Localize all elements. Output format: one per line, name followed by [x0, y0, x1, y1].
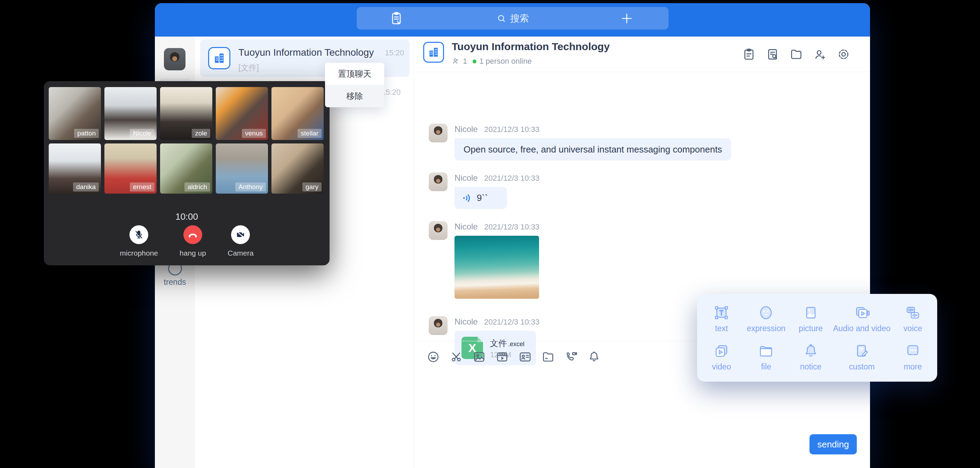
- notice-icon: [802, 343, 819, 359]
- audio-video-call-icon[interactable]: [564, 350, 578, 364]
- participant-name-label: danika: [73, 182, 99, 192]
- panel-item-file[interactable]: file: [744, 338, 788, 376]
- participant-name-label: venus: [242, 129, 266, 138]
- participant-name-label: aldrich: [185, 182, 210, 192]
- input-toolbar: [426, 350, 601, 364]
- group-files-icon[interactable]: [789, 47, 803, 61]
- chat-main: Tuoyun Information Technology 1 1 person…: [414, 37, 870, 468]
- avatar[interactable]: [429, 124, 447, 142]
- panel-item-more[interactable]: more: [891, 338, 935, 376]
- panel-item-label: expression: [747, 324, 786, 333]
- panel-item-text[interactable]: text: [699, 299, 744, 338]
- sender-name: Nicole: [455, 124, 478, 134]
- text-bubble[interactable]: Open source, free, and universal instant…: [455, 138, 731, 161]
- participant-name-label: gary: [302, 182, 321, 192]
- panel-item-picture[interactable]: picture: [789, 299, 833, 338]
- voice-icon: [904, 304, 921, 321]
- participant-name-label: zole: [192, 129, 210, 138]
- call-participant-tile: zole: [160, 87, 212, 140]
- panel-item-notice[interactable]: notice: [789, 338, 833, 376]
- custom-icon: [853, 343, 870, 359]
- file-icon: [757, 343, 774, 359]
- chat-title: Tuoyun Information Technology: [452, 41, 610, 53]
- panel-item-expression[interactable]: expression: [744, 299, 788, 338]
- participant-name-label: stellar: [298, 129, 321, 138]
- send-button[interactable]: sending: [810, 434, 857, 454]
- expression-icon: [757, 304, 774, 321]
- panel-item-label: video: [712, 362, 731, 372]
- call-controls: microphonehang upCamera: [44, 225, 329, 257]
- notice-icon[interactable]: [587, 350, 601, 364]
- avatar[interactable]: [429, 173, 447, 191]
- message-time: 2021/12/3 10:33: [484, 174, 539, 182]
- panel-item-label: Audio and video: [833, 324, 891, 333]
- conversation-time: 15:20: [382, 88, 401, 97]
- voice-duration: 9``: [477, 193, 488, 203]
- message-time: 2021/12/3 10:33: [484, 125, 539, 134]
- call-control-label: microphone: [120, 249, 158, 257]
- group-notice-icon[interactable]: [742, 47, 756, 61]
- text-icon: [713, 304, 730, 321]
- message-time: 2021/12/3 10:33: [484, 318, 539, 326]
- settings-gear-icon[interactable]: [837, 47, 851, 61]
- search-bar[interactable]: 搜索: [357, 7, 668, 30]
- chat-record-search-icon[interactable]: [765, 47, 780, 61]
- participant-name-label: patton: [74, 129, 99, 138]
- panel-item-label: text: [715, 324, 728, 333]
- panel-item-label: picture: [799, 324, 823, 333]
- panel-item-label: notice: [800, 362, 821, 372]
- add-plus-icon[interactable]: [620, 12, 633, 25]
- call-control-hang-up: hang up: [180, 225, 206, 257]
- participant-name-label: Anthony: [235, 182, 266, 192]
- camera-off-button[interactable]: [231, 225, 250, 244]
- emoji-icon[interactable]: [426, 350, 440, 364]
- panel-item-voice[interactable]: voice: [891, 299, 935, 338]
- picture-icon: [802, 304, 819, 321]
- picture-icon[interactable]: [472, 350, 486, 364]
- screenshot-icon[interactable]: [449, 350, 463, 364]
- sender-name: Nicole: [455, 173, 478, 182]
- group-building-icon: [423, 42, 444, 63]
- panel-item-audio-video[interactable]: Audio and video: [833, 299, 891, 338]
- call-control-label: hang up: [180, 249, 206, 257]
- sender-name: Nicole: [455, 317, 478, 326]
- call-participant-tile: patton: [49, 87, 101, 140]
- participant-name-label: Nicole: [130, 129, 154, 138]
- mic-off-button[interactable]: [129, 225, 148, 244]
- folder-icon[interactable]: [541, 350, 555, 364]
- screenshot-stage: 搜索 trends: [0, 0, 980, 468]
- panel-item-custom[interactable]: custom: [833, 338, 891, 376]
- contact-card-icon[interactable]: [518, 350, 532, 364]
- video-call-window: pattonNicolezolevenusstellardanikaernest…: [44, 81, 329, 265]
- avatar[interactable]: [429, 316, 447, 335]
- add-member-icon[interactable]: [813, 47, 827, 61]
- conversation-context-menu: 置顶聊天 移除: [325, 63, 384, 107]
- menu-item-pin-chat[interactable]: 置顶聊天: [325, 63, 384, 85]
- call-participant-tile: stellar: [272, 87, 324, 140]
- panel-item-video[interactable]: video: [699, 338, 744, 376]
- panel-item-label: more: [904, 362, 922, 372]
- video-icon[interactable]: [495, 350, 509, 364]
- audio-video-icon: [853, 304, 870, 321]
- user-avatar[interactable]: [164, 48, 186, 70]
- menu-item-remove[interactable]: 移除: [325, 85, 384, 107]
- panel-item-label: file: [761, 362, 771, 372]
- image-attachment[interactable]: [455, 236, 539, 299]
- participant-name-label: ernest: [130, 182, 154, 192]
- call-participant-tile: venus: [216, 87, 268, 140]
- avatar[interactable]: [429, 221, 447, 240]
- chat-header: Tuoyun Information Technology 1 1 person…: [414, 37, 870, 72]
- panel-item-label: custom: [849, 362, 875, 372]
- call-control-camera-off: Camera: [228, 225, 254, 257]
- hang-up-button[interactable]: [183, 225, 202, 244]
- online-text: 1 person online: [479, 57, 531, 66]
- voice-bubble[interactable]: 9``: [455, 187, 507, 209]
- call-participant-tile: Anthony: [216, 144, 268, 193]
- trends-label: trends: [155, 278, 195, 287]
- message-head: Nicole 2021/12/3 10:33: [455, 317, 539, 327]
- message-head: Nicole 2021/12/3 10:33: [455, 173, 539, 183]
- app-topbar: 搜索: [155, 3, 870, 37]
- call-participant-tile: Nicole: [104, 87, 157, 140]
- message-head: Nicole 2021/12/3 10:33: [455, 124, 539, 134]
- conversation-title: Tuoyun Information Technology: [239, 47, 374, 58]
